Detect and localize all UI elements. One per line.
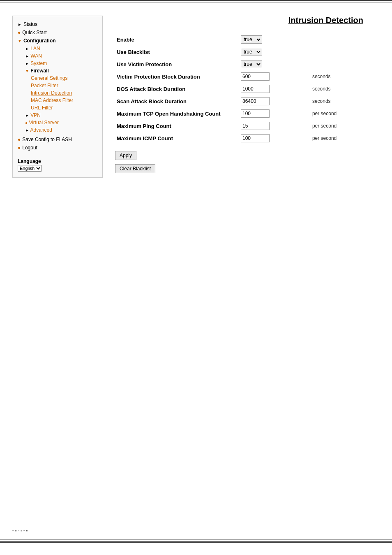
text-max-icmp-count[interactable]: [241, 134, 270, 142]
sidebar-item-status[interactable]: ► Status: [13, 20, 102, 28]
label-max-ping-count: Maximum Ping Count: [115, 120, 238, 132]
sidebar-item-wan[interactable]: ► WAN: [13, 52, 102, 60]
language-label: Language: [18, 158, 97, 164]
field-row-scan-attack-block-duration: Scan Attack Block Duration seconds: [115, 95, 371, 107]
input-enable[interactable]: true false: [238, 33, 311, 46]
unit-victim-protection-block-duration: seconds: [311, 70, 371, 83]
sidebar-item-vpn[interactable]: ► VPN: [13, 111, 102, 119]
input-max-icmp-count[interactable]: [238, 132, 311, 144]
sidebar-item-quickstart[interactable]: ● Quick Start: [13, 28, 102, 37]
text-max-tcp-handshaking[interactable]: [241, 109, 270, 118]
sidebar-item-save-config[interactable]: ● Save Config to FLASH: [13, 135, 102, 144]
unit-use-blacklist: [311, 46, 371, 58]
sidebar-link-url-filter[interactable]: URL Filter: [31, 105, 53, 111]
sidebar-item-url-filter[interactable]: URL Filter: [13, 104, 102, 111]
unit-enable: [311, 33, 371, 46]
unit-max-tcp-handshaking: per second: [311, 107, 371, 120]
label-victim-protection-block-duration: Victim Protection Block Duration: [115, 70, 238, 83]
text-max-ping-count[interactable]: [241, 122, 270, 130]
sidebar-item-firewall[interactable]: ▼ Firewall: [13, 67, 102, 74]
content-area: Intrusion Detection Enable true false Us…: [103, 16, 380, 178]
input-scan-attack-block-duration[interactable]: [238, 95, 311, 107]
language-section: Language English: [13, 157, 102, 173]
sidebar-link-wan[interactable]: WAN: [30, 53, 42, 59]
form-table: Enable true false Use Blacklist true fal…: [115, 33, 371, 144]
label-enable: Enable: [115, 33, 238, 46]
page-title: Intrusion Detection: [115, 16, 371, 25]
sidebar-item-lan[interactable]: ► LAN: [13, 45, 102, 52]
input-use-blacklist[interactable]: true false: [238, 46, 311, 58]
input-victim-protection-block-duration[interactable]: [238, 70, 311, 83]
text-victim-protection-block-duration[interactable]: [241, 72, 270, 81]
sidebar-item-logout[interactable]: ● Logout: [13, 144, 102, 152]
input-max-tcp-handshaking[interactable]: [238, 107, 311, 120]
sidebar-link-vpn[interactable]: VPN: [30, 112, 41, 118]
field-row-use-victim-protection: Use Victim Protection true false: [115, 58, 371, 70]
apply-button-row: Apply: [115, 151, 371, 160]
input-max-ping-count[interactable]: [238, 120, 311, 132]
field-row-use-blacklist: Use Blacklist true false: [115, 46, 371, 58]
arrow-right-icon: ►: [18, 22, 22, 27]
circle-icon: ●: [25, 121, 28, 125]
arrow-right-icon: ►: [25, 61, 29, 66]
sidebar-item-mac-address-filter[interactable]: MAC Address Filter: [13, 97, 102, 104]
sidebar-link-advanced[interactable]: Advanced: [30, 127, 52, 133]
sidebar-item-label: Quick Start: [22, 30, 46, 35]
unit-max-icmp-count: per second: [311, 132, 371, 144]
sidebar-item-intrusion-detection[interactable]: Intrusion Detection: [13, 89, 102, 97]
label-max-tcp-handshaking: Maximum TCP Open Handshaking Count: [115, 107, 238, 120]
field-row-max-icmp-count: Maximum ICMP Count per second: [115, 132, 371, 144]
sidebar-link-system[interactable]: System: [30, 60, 47, 66]
label-max-icmp-count: Maximum ICMP Count: [115, 132, 238, 144]
unit-use-victim-protection: [311, 58, 371, 70]
sidebar-link-intrusion-detection[interactable]: Intrusion Detection: [31, 90, 72, 96]
text-dos-attack-block-duration[interactable]: [241, 85, 270, 93]
sidebar-item-label: Status: [23, 21, 37, 27]
language-select[interactable]: English: [18, 165, 42, 172]
arrow-down-icon: ▼: [25, 69, 29, 73]
input-use-victim-protection[interactable]: true false: [238, 58, 311, 70]
sidebar-link-packet-filter[interactable]: Packet Filter: [31, 83, 58, 88]
top-border: [0, 0, 392, 3]
sidebar-link-mac-address-filter[interactable]: MAC Address Filter: [31, 98, 73, 103]
sidebar-link-lan[interactable]: LAN: [30, 46, 40, 51]
unit-max-ping-count: per second: [311, 120, 371, 132]
label-use-victim-protection: Use Victim Protection: [115, 58, 238, 70]
sidebar-item-virtual-server[interactable]: ● Virtual Server: [13, 119, 102, 126]
sidebar-link-firewall[interactable]: Firewall: [30, 68, 49, 74]
sidebar-item-system[interactable]: ► System: [13, 60, 102, 67]
sidebar-item-label: Save Config to FLASH: [22, 137, 72, 142]
arrow-down-icon: ▼: [18, 39, 22, 43]
sidebar-item-configuration[interactable]: ▼ Configuration: [13, 37, 102, 45]
label-scan-attack-block-duration: Scan Attack Block Duration: [115, 95, 238, 107]
field-row-enable: Enable true false: [115, 33, 371, 46]
label-dos-attack-block-duration: DOS Attack Block Duration: [115, 83, 238, 95]
sidebar-link-general-settings[interactable]: General Settings: [31, 75, 67, 81]
arrow-right-icon: ►: [25, 46, 29, 51]
select-use-victim-protection[interactable]: true false: [241, 60, 262, 68]
unit-dos-attack-block-duration: seconds: [311, 83, 371, 95]
select-enable[interactable]: true false: [241, 35, 262, 44]
field-row-max-ping-count: Maximum Ping Count per second: [115, 120, 371, 132]
input-dos-attack-block-duration[interactable]: [238, 83, 311, 95]
arrow-right-icon: ►: [25, 128, 29, 132]
sidebar-link-virtual-server[interactable]: Virtual Server: [29, 120, 58, 125]
sidebar-item-label: Logout: [22, 145, 37, 151]
sidebar-item-packet-filter[interactable]: Packet Filter: [13, 82, 102, 89]
circle-icon: ●: [18, 30, 21, 35]
sidebar: ► Status ● Quick Start ▼ Configuration ►…: [12, 16, 103, 178]
field-row-victim-protection-block-duration: Victim Protection Block Duration seconds: [115, 70, 371, 83]
field-row-dos-attack-block-duration: DOS Attack Block Duration seconds: [115, 83, 371, 95]
footer-note: “ ” “ ” “ ”: [12, 529, 380, 534]
circle-icon: ●: [18, 137, 21, 142]
text-scan-attack-block-duration[interactable]: [241, 97, 270, 105]
sidebar-item-general-settings[interactable]: General Settings: [13, 74, 102, 82]
clear-blacklist-button[interactable]: Clear Blacklist: [115, 164, 155, 173]
field-row-max-tcp-handshaking: Maximum TCP Open Handshaking Count per s…: [115, 107, 371, 120]
sidebar-item-label: Configuration: [23, 38, 56, 44]
clear-blacklist-button-row: Clear Blacklist: [115, 164, 371, 173]
sidebar-item-advanced[interactable]: ► Advanced: [13, 126, 102, 134]
label-use-blacklist: Use Blacklist: [115, 46, 238, 58]
select-use-blacklist[interactable]: true false: [241, 48, 262, 56]
apply-button[interactable]: Apply: [115, 151, 136, 160]
